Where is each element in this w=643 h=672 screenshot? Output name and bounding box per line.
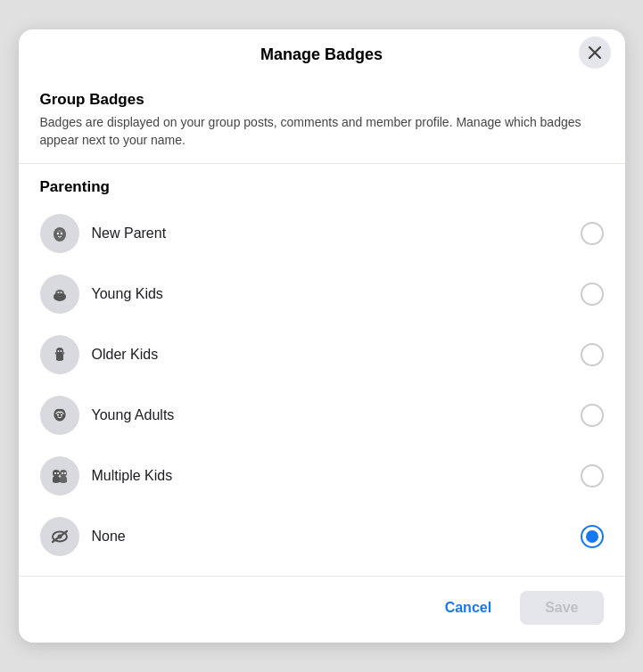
badge-item-young-kids[interactable]: Young Kids [40, 264, 604, 324]
svg-point-2 [60, 233, 62, 234]
young-adults-label: Young Adults [92, 407, 581, 423]
young-adults-icon [40, 396, 79, 435]
older-kids-label: Older Kids [92, 347, 581, 363]
badge-item-none[interactable]: None [40, 506, 604, 567]
svg-point-8 [57, 350, 59, 352]
badge-list: New Parent Yo [40, 203, 604, 567]
svg-point-1 [56, 233, 58, 234]
parenting-section: Parenting New Parent [40, 178, 604, 567]
svg-point-17 [64, 472, 66, 474]
svg-point-15 [57, 472, 59, 474]
modal-title: Manage Badges [260, 45, 383, 64]
modal-body: Group Badges Badges are displayed on you… [19, 77, 625, 567]
cancel-button[interactable]: Cancel [427, 591, 509, 625]
save-button[interactable]: Save [520, 591, 603, 625]
badge-item-new-parent[interactable]: New Parent [40, 203, 604, 264]
close-icon [588, 45, 602, 60]
new-parent-icon [40, 214, 79, 253]
svg-point-16 [62, 472, 63, 474]
none-icon [40, 517, 79, 556]
older-kids-icon [40, 335, 79, 374]
svg-point-10 [56, 414, 58, 415]
group-badges-description: Badges are displayed on your group posts… [40, 114, 604, 149]
divider [19, 163, 625, 164]
modal-header: Manage Badges [19, 29, 625, 77]
parenting-heading: Parenting [40, 178, 604, 196]
svg-point-9 [60, 350, 62, 352]
young-kids-label: Young Kids [92, 286, 581, 302]
group-badges-section: Group Badges Badges are displayed on you… [40, 91, 604, 149]
multiple-kids-radio[interactable] [581, 464, 604, 488]
badge-item-young-adults[interactable]: Young Adults [40, 385, 604, 446]
new-parent-label: New Parent [92, 225, 581, 242]
older-kids-radio[interactable] [581, 343, 604, 366]
young-kids-icon [40, 275, 79, 314]
young-kids-radio[interactable] [581, 283, 604, 306]
svg-point-14 [54, 472, 56, 474]
badge-item-multiple-kids[interactable]: Multiple Kids [40, 446, 604, 506]
new-parent-radio[interactable] [581, 222, 604, 245]
young-adults-radio[interactable] [581, 404, 604, 427]
badge-item-older-kids[interactable]: Older Kids [40, 324, 604, 385]
close-button[interactable] [579, 37, 611, 69]
multiple-kids-icon [40, 456, 79, 496]
svg-point-11 [60, 414, 62, 415]
group-badges-heading: Group Badges [40, 91, 604, 109]
multiple-kids-label: Multiple Kids [92, 468, 581, 484]
none-radio[interactable] [581, 525, 604, 548]
svg-point-0 [54, 227, 66, 242]
none-label: None [92, 529, 581, 545]
manage-badges-modal: Manage Badges Group Badges Badges are di… [19, 29, 625, 643]
modal-footer: Cancel Save [19, 576, 625, 643]
